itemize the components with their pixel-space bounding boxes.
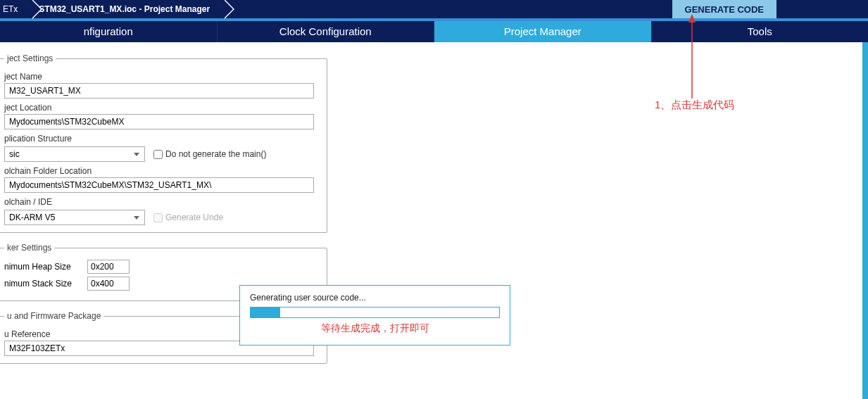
stack-size-label: nimum Stack Size (4, 279, 82, 289)
breadcrumb-current[interactable]: STM32_USART1_MX.ioc - Project Manager (32, 0, 224, 18)
tab-tools[interactable]: Tools (652, 21, 869, 42)
project-settings-group: ject Settings ject Name ject Location pl… (0, 53, 327, 233)
breadcrumb-prev[interactable]: ETx (0, 0, 32, 18)
generate-under-checkbox-wrap: Generate Unde (153, 213, 223, 222)
no-main-checkbox-wrap[interactable]: Do not generate the main() (153, 149, 266, 159)
app-structure-select[interactable] (4, 146, 145, 162)
progress-bar (250, 307, 500, 318)
breadcrumb-current-label: STM32_USART1_MX.ioc - Project Manager (39, 4, 210, 14)
heap-size-label: nimum Heap Size (4, 262, 82, 272)
toolchain-ide-label: olchain / IDE (4, 197, 320, 207)
breadcrumb-prev-label: ETx (3, 4, 18, 14)
no-main-label: Do not generate the main() (165, 149, 266, 159)
project-settings-legend: ject Settings (4, 53, 56, 63)
tab-pinout-configuration[interactable]: nfiguration (0, 21, 218, 42)
stack-size-input[interactable] (87, 277, 130, 291)
firmware-package-legend: u and Firmware Package (4, 311, 103, 321)
generate-under-label: Generate Unde (165, 213, 223, 222)
heap-size-input[interactable] (87, 260, 130, 274)
toolchain-folder-label: olchain Folder Location (4, 166, 320, 176)
generate-under-checkbox (153, 213, 163, 222)
project-location-input[interactable] (4, 114, 314, 129)
progress-message: Generating user source code... (250, 293, 500, 303)
toolchain-folder-input[interactable] (4, 177, 314, 193)
project-location-label: ject Location (4, 103, 320, 113)
title-bar: ETx STM32_USART1_MX.ioc - Project Manage… (0, 0, 868, 18)
progress-bar-fill (251, 308, 280, 317)
app-structure-select-wrap (4, 146, 145, 162)
generate-code-button[interactable]: GENERATE CODE (672, 0, 776, 18)
main-content: ject Settings ject Name ject Location pl… (0, 42, 868, 399)
tab-strip: nfiguration Clock Configuration Project … (0, 21, 868, 42)
progress-note: 等待生成完成，打开即可 (250, 322, 500, 335)
progress-dialog: Generating user source code... 等待生成完成，打开… (239, 285, 510, 346)
toolchain-ide-select[interactable] (4, 210, 145, 225)
tab-project-manager[interactable]: Project Manager (434, 21, 652, 42)
linker-settings-legend: ker Settings (4, 243, 54, 253)
annotation-text: 1、点击生成代码 (655, 99, 734, 112)
project-name-input[interactable] (4, 83, 314, 99)
app-structure-label: plication Structure (4, 134, 320, 144)
no-main-checkbox[interactable] (153, 150, 163, 159)
tab-clock-configuration[interactable]: Clock Configuration (218, 21, 435, 42)
toolchain-ide-select-wrap (4, 210, 145, 225)
project-name-label: ject Name (4, 72, 320, 82)
